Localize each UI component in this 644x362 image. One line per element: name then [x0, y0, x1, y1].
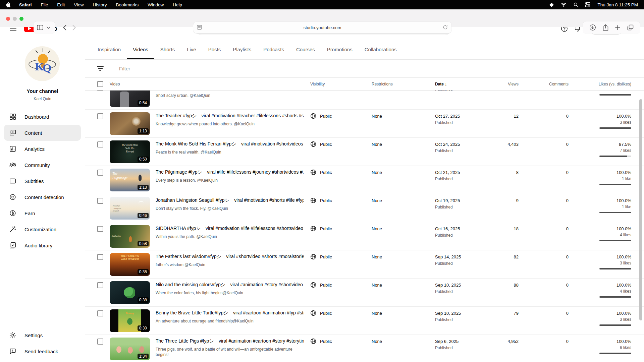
sidebar-item-settings[interactable]: Settings [4, 327, 81, 343]
menu-history[interactable]: History [93, 2, 107, 7]
downloads-icon[interactable] [589, 24, 596, 31]
tab-shorts[interactable]: Shorts [154, 39, 181, 59]
tab-podcasts[interactable]: Podcasts [257, 39, 290, 59]
sidebar-item-content[interactable]: Content [4, 125, 81, 141]
address-bar[interactable]: studio.youtube.com [193, 22, 451, 33]
table-row[interactable]: 0:54 Short scary urban. @KaelQuin Publis… [85, 90, 644, 110]
video-thumbnail[interactable]: The Pilgrimage 1:13 [110, 169, 150, 191]
sidebar-item-content-detection[interactable]: Content detection [4, 189, 81, 205]
video-thumbnail[interactable]: 0:38 [110, 281, 150, 304]
tab-overview-icon[interactable] [627, 24, 634, 31]
menu-view[interactable]: View [74, 2, 84, 7]
tab-posts[interactable]: Posts [202, 39, 227, 59]
reload-icon[interactable] [443, 25, 448, 30]
menu-file[interactable]: File [41, 2, 48, 7]
video-title[interactable]: SIDDHARTHA #fypシ゚viral #motivation #life… [156, 226, 304, 232]
video-thumbnail[interactable]: 1:34 [110, 338, 150, 360]
row-checkbox[interactable] [97, 282, 103, 288]
date-cell: Published [435, 90, 485, 92]
filter-input[interactable]: Filter [119, 66, 130, 71]
video-thumbnail[interactable]: Benny 0:30 [110, 309, 150, 332]
row-checkbox[interactable] [97, 226, 103, 232]
help-icon[interactable] [561, 27, 568, 32]
reader-icon[interactable] [197, 25, 202, 30]
sidebar-toggle-icon[interactable] [37, 25, 43, 30]
table-row[interactable]: 1:34 The Three Little Pigs #fypシ゚viral #… [85, 335, 644, 362]
row-checkbox[interactable] [97, 339, 103, 345]
close-window-button[interactable] [6, 17, 10, 21]
table-row[interactable]: The Pilgrimage 1:13 The Pilgrimage #fypシ… [85, 166, 644, 194]
table-row[interactable]: Siddhartha 0:58 SIDDHARTHA #fypシ゚viral #… [85, 222, 644, 250]
tab-courses[interactable]: Courses [290, 39, 321, 59]
select-all-checkbox[interactable] [97, 81, 103, 87]
tab-videos[interactable]: Videos [127, 39, 154, 59]
scrollbar-thumb[interactable] [639, 99, 642, 320]
wifi-icon[interactable] [561, 3, 567, 7]
video-thumbnail[interactable]: 0:54 [110, 90, 150, 107]
likes-ratio-bar [599, 127, 631, 129]
hamburger-menu-icon[interactable] [10, 27, 16, 32]
sidebar-item-audio-library[interactable]: Audio library [4, 237, 81, 253]
channel-avatar[interactable]: K Q [25, 46, 60, 81]
minimize-window-button[interactable] [13, 17, 17, 21]
control-center-icon[interactable] [585, 2, 590, 7]
table-row[interactable]: 1:13 The Teacher #fypシ゚viral #motivation… [85, 110, 644, 138]
sidebar-item-send-feedback[interactable]: Send feedback [4, 343, 81, 359]
filter-icon[interactable] [97, 66, 104, 71]
sidebar-item-analytics[interactable]: Analytics [4, 141, 81, 157]
video-title[interactable]: The Monk Who Sold His Ferrari #fypシ゚vira… [156, 141, 304, 147]
video-thumbnail[interactable]: 1:13 [110, 112, 150, 135]
table-row[interactable]: 0:38 Nilo and the missing colors#fypシ゚vi… [85, 279, 644, 307]
row-checkbox[interactable] [97, 198, 103, 204]
sidebar-chevron-down-icon[interactable] [47, 26, 50, 29]
menu-edit[interactable]: Edit [57, 2, 65, 7]
menu-safari[interactable]: Safari [19, 2, 32, 7]
video-title[interactable]: Nilo and the missing colors#fypシ゚viral #… [156, 282, 304, 288]
back-button[interactable] [63, 25, 66, 31]
row-checkbox[interactable] [97, 170, 103, 176]
sidebar-item-dashboard[interactable]: Dashboard [4, 109, 81, 125]
menu-window[interactable]: Window [148, 2, 164, 7]
table-row[interactable]: Benny 0:30 Benny the Brave Little Turtle… [85, 307, 644, 335]
tab-playlists[interactable]: Playlists [227, 39, 257, 59]
row-checkbox[interactable] [97, 254, 103, 260]
tab-promotions[interactable]: Promotions [321, 39, 359, 59]
video-thumbnail[interactable]: THE FATHER'S LAST WISDOM 0:35 [110, 253, 150, 276]
sidebar-item-customization[interactable]: Customization [4, 221, 81, 237]
table-row[interactable]: Jonathan Livingston Seagull 0:46 Jonatha… [85, 194, 644, 222]
row-checkbox[interactable] [97, 141, 103, 147]
column-date-sort[interactable]: Date↓ [435, 81, 485, 86]
video-thumbnail[interactable]: Jonathan Livingston Seagull 0:46 [110, 197, 150, 220]
forward-button[interactable] [72, 25, 76, 31]
video-title[interactable]: The Father's last wisdom#fypシ゚viral #sho… [156, 254, 304, 260]
zoom-window-button[interactable] [19, 17, 23, 21]
menu-bookmarks[interactable]: Bookmarks [116, 2, 139, 7]
table-row[interactable]: THE FATHER'S LAST WISDOM 0:35 The Father… [85, 250, 644, 279]
spotlight-search-icon[interactable] [574, 2, 578, 7]
sidebar-item-earn[interactable]: Earn [4, 205, 81, 221]
diamond-status-icon[interactable] [549, 3, 554, 7]
video-title[interactable]: Benny the Brave Little Turtle#fypシ゚viral… [156, 310, 304, 316]
menu-bar-clock[interactable]: Thu Jan 8 11:25 PM [597, 2, 638, 7]
tab-collaborations[interactable]: Collaborations [359, 39, 403, 59]
sidebar-item-community[interactable]: Community [4, 157, 81, 173]
apple-menu-icon[interactable] [6, 2, 11, 8]
video-title[interactable]: The Teacher #fypシ゚viral #motivation #tea… [156, 113, 304, 119]
column-restrictions: Restrictions [372, 82, 435, 86]
new-tab-icon[interactable] [615, 25, 621, 31]
notifications-bell-icon[interactable] [574, 27, 581, 32]
video-thumbnail[interactable]: The Monk Who Sold His Ferrari 0:50 [110, 140, 150, 163]
row-checkbox[interactable] [97, 310, 103, 316]
sidebar-item-subtitles[interactable]: Subtitles [4, 173, 81, 189]
share-icon[interactable] [603, 24, 608, 31]
video-title[interactable]: The Three Little Pigs #fypシ゚viral #anima… [156, 338, 304, 344]
video-title[interactable]: The Pilgrimage #fypシ゚viral #life #lifele… [156, 169, 304, 175]
video-title[interactable]: Jonathan Livingston Seagull #fypシ゚viral … [156, 197, 304, 203]
video-thumbnail[interactable]: Siddhartha 0:58 [110, 225, 150, 248]
row-checkbox[interactable] [97, 90, 103, 91]
tab-inspiration[interactable]: Inspiration [92, 39, 127, 59]
row-checkbox[interactable] [97, 113, 103, 119]
table-row[interactable]: The Monk Who Sold His Ferrari 0:50 The M… [85, 138, 644, 166]
tab-live[interactable]: Live [181, 39, 202, 59]
menu-help[interactable]: Help [173, 2, 182, 7]
